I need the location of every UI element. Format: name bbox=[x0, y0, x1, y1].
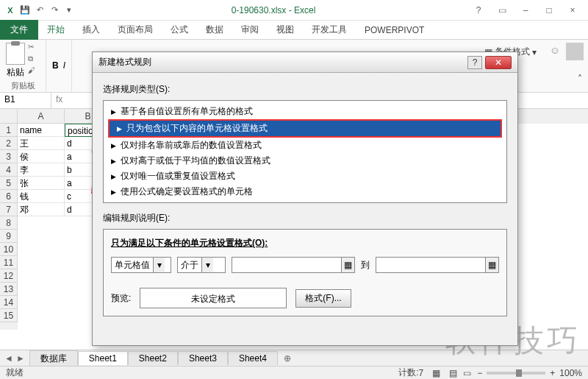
paste-icon bbox=[6, 43, 25, 65]
window-controls: ? ▭ – □ × bbox=[467, 3, 588, 18]
chevron-down-icon: ▾ bbox=[153, 258, 165, 272]
row-header-13[interactable]: 13 bbox=[0, 283, 18, 296]
rule-type-item[interactable]: ▶使用公式确定要设置格式的单元格 bbox=[104, 184, 506, 199]
status-bar: 就绪 计数: 7 ▦ ▤ ▭ − + 100% bbox=[0, 366, 588, 379]
bold-button[interactable]: B bbox=[52, 60, 59, 71]
tab-data[interactable]: 数据 bbox=[197, 21, 232, 39]
sheet-tab[interactable]: Sheet4 bbox=[228, 351, 278, 365]
cell[interactable]: 侯 bbox=[18, 150, 65, 163]
paste-button[interactable]: 粘贴 bbox=[6, 43, 25, 79]
rule-type-item[interactable]: ▶仅对高于或低于平均值的数值设置格式 bbox=[104, 153, 506, 169]
help-button[interactable]: ? bbox=[467, 3, 490, 18]
row-header-10[interactable]: 10 bbox=[0, 243, 18, 256]
sheet-tab[interactable]: Sheet2 bbox=[128, 351, 178, 365]
tab-view[interactable]: 视图 bbox=[268, 21, 303, 39]
dialog-titlebar[interactable]: 新建格式规则 ? ✕ bbox=[93, 52, 517, 73]
row-header-7[interactable]: 7 bbox=[0, 203, 18, 216]
fx-icon[interactable]: fx bbox=[51, 93, 67, 108]
triangle-icon: ▶ bbox=[111, 173, 116, 180]
row-header-6[interactable]: 6 bbox=[0, 190, 18, 203]
tab-powerpivot[interactable]: POWERPIVOT bbox=[356, 22, 433, 38]
rule-type-item-selected[interactable]: ▶只为包含以下内容的单元格设置格式 bbox=[108, 119, 502, 138]
operator-combo[interactable]: 介于▾ bbox=[177, 257, 226, 273]
redo-icon[interactable]: ↷ bbox=[49, 4, 60, 16]
cell[interactable]: 钱 bbox=[18, 190, 65, 203]
row-header-9[interactable]: 9 bbox=[0, 230, 18, 243]
count-value: 7 bbox=[419, 368, 424, 378]
italic-button[interactable]: I bbox=[63, 60, 65, 71]
sheet-tab[interactable]: Sheet3 bbox=[178, 351, 228, 365]
dialog-body: 选择规则类型(S): ▶基于各自值设置所有单元格的格式 ▶只为包含以下内容的单元… bbox=[93, 73, 517, 324]
cell[interactable]: 张 bbox=[18, 177, 65, 190]
cell[interactable]: 李 bbox=[18, 163, 65, 177]
cell[interactable]: 邓 bbox=[18, 203, 65, 216]
cut-icon[interactable]: ✂ bbox=[28, 43, 40, 53]
maximize-button[interactable]: □ bbox=[538, 3, 560, 18]
range-picker-icon[interactable]: ▦ bbox=[341, 258, 354, 272]
sheet-nav[interactable]: ◄► bbox=[0, 353, 29, 364]
add-sheet-button[interactable]: ⊕ bbox=[278, 353, 297, 364]
rule-type-item[interactable]: ▶仅对排名靠前或靠后的数值设置格式 bbox=[104, 138, 506, 153]
row-header-14[interactable]: 14 bbox=[0, 296, 18, 309]
minimize-button[interactable]: – bbox=[514, 3, 537, 18]
triangle-icon: ▶ bbox=[111, 157, 116, 165]
tab-insert[interactable]: 插入 bbox=[74, 21, 109, 39]
condition-row: 单元格值▾ 介于▾ ▦ 到 ▦ bbox=[111, 257, 499, 273]
qat-dropdown-icon[interactable]: ▾ bbox=[63, 4, 75, 16]
sheet-tab[interactable]: 数据库 bbox=[29, 350, 78, 366]
ribbon-options-icon[interactable]: ▭ bbox=[491, 3, 513, 18]
sheet-tab-active[interactable]: Sheet1 bbox=[78, 351, 128, 365]
tab-layout[interactable]: 页面布局 bbox=[109, 21, 162, 39]
new-format-rule-dialog: 新建格式规则 ? ✕ 选择规则类型(S): ▶基于各自值设置所有单元格的格式 ▶… bbox=[92, 52, 518, 346]
view-layout-icon[interactable]: ▤ bbox=[449, 368, 457, 378]
dialog-help-button[interactable]: ? bbox=[467, 56, 482, 69]
undo-icon[interactable]: ↶ bbox=[34, 4, 46, 16]
user-avatar[interactable] bbox=[566, 43, 584, 60]
zoom-in-icon[interactable]: + bbox=[550, 368, 555, 378]
row-header-12[interactable]: 12 bbox=[0, 269, 18, 283]
collapse-ribbon-icon[interactable]: ˄ bbox=[578, 74, 582, 84]
range-to-input[interactable]: ▦ bbox=[376, 257, 499, 273]
format-button[interactable]: 格式(F)... bbox=[295, 289, 351, 308]
name-box[interactable]: B1 bbox=[0, 93, 51, 108]
count-label: 计数: bbox=[398, 366, 418, 379]
tab-dev[interactable]: 开发工具 bbox=[303, 21, 356, 39]
zoom-out-icon[interactable]: − bbox=[477, 368, 482, 378]
row-header-11[interactable]: 11 bbox=[0, 256, 18, 269]
row-header-15[interactable]: 15 bbox=[0, 309, 18, 322]
col-header[interactable]: A bbox=[18, 109, 65, 124]
value-type-combo[interactable]: 单元格值▾ bbox=[111, 257, 171, 273]
range-picker-icon[interactable]: ▦ bbox=[485, 258, 498, 272]
save-icon[interactable]: 💾 bbox=[19, 4, 31, 16]
dialog-close-button[interactable]: ✕ bbox=[485, 56, 512, 69]
row-header-8[interactable]: 8 bbox=[0, 216, 18, 230]
select-all-corner[interactable] bbox=[0, 109, 18, 124]
row-header-4[interactable]: 4 bbox=[0, 163, 18, 177]
copy-icon[interactable]: ⧉ bbox=[28, 54, 40, 65]
zoom-slider[interactable] bbox=[487, 372, 545, 375]
tab-home[interactable]: 开始 bbox=[38, 21, 74, 39]
preview-box: 未设定格式 bbox=[140, 288, 287, 308]
chevron-down-icon: ▾ bbox=[532, 47, 537, 57]
cell[interactable]: name bbox=[18, 124, 65, 137]
row-header-1[interactable]: 1 bbox=[0, 124, 18, 137]
rule-type-item[interactable]: ▶基于各自值设置所有单元格的格式 bbox=[104, 104, 506, 119]
rule-type-item[interactable]: ▶仅对唯一值或重复值设置格式 bbox=[104, 169, 506, 184]
zoom-value[interactable]: 100% bbox=[559, 368, 582, 378]
ribbon-tabs: 文件 开始 插入 页面布局 公式 数据 审阅 视图 开发工具 POWERPIVO… bbox=[0, 21, 588, 40]
tab-file[interactable]: 文件 bbox=[0, 20, 38, 40]
view-normal-icon[interactable]: ▦ bbox=[432, 368, 440, 378]
format-painter-icon[interactable]: 🖌 bbox=[28, 66, 40, 77]
cell[interactable]: 王 bbox=[18, 137, 65, 150]
row-header-5[interactable]: 5 bbox=[0, 177, 18, 190]
title-bar: X 💾 ↶ ↷ ▾ 0-190630.xlsx - Excel ? ▭ – □ … bbox=[0, 0, 588, 21]
range-from-input[interactable]: ▦ bbox=[232, 257, 355, 273]
tab-review[interactable]: 审阅 bbox=[232, 21, 268, 39]
font-group: B I bbox=[46, 40, 72, 92]
row-header-2[interactable]: 2 bbox=[0, 137, 18, 150]
close-button[interactable]: × bbox=[562, 3, 584, 18]
view-break-icon[interactable]: ▭ bbox=[463, 368, 471, 378]
tab-formula[interactable]: 公式 bbox=[162, 21, 197, 39]
row-header-3[interactable]: 3 bbox=[0, 150, 18, 163]
feedback-icon[interactable]: ☺ bbox=[550, 44, 560, 56]
